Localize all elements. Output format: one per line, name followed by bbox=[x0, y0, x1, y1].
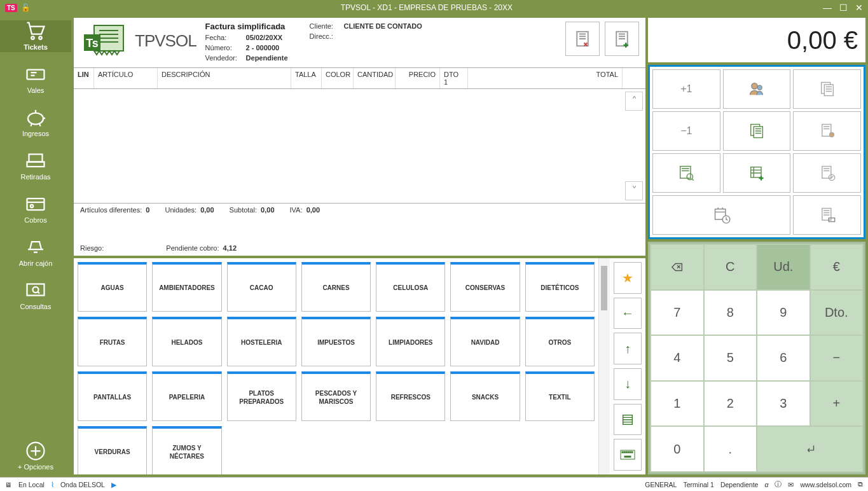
category-button[interactable]: VERDURAS bbox=[78, 426, 147, 474]
category-button[interactable]: AGUAS bbox=[78, 262, 147, 312]
status-url[interactable]: www.sdelsol.com bbox=[800, 481, 851, 488]
customer-button[interactable] bbox=[723, 69, 791, 109]
category-button[interactable]: PESCADOS Y MARISCOS bbox=[301, 371, 371, 421]
search-document-button[interactable] bbox=[652, 153, 720, 193]
key-euro[interactable]: € bbox=[811, 245, 863, 289]
key-clear[interactable]: C bbox=[705, 245, 757, 289]
svg-point-1 bbox=[39, 36, 42, 39]
svg-rect-28 bbox=[624, 456, 631, 457]
col-precio: PRECIO bbox=[396, 68, 440, 88]
category-button[interactable]: PAPELERIA bbox=[152, 371, 221, 421]
sidebar-item-vales[interactable]: Vales bbox=[0, 64, 71, 95]
category-button[interactable]: CELULOSA bbox=[376, 262, 445, 312]
key-plus[interactable]: + bbox=[811, 382, 863, 426]
key-backspace[interactable] bbox=[651, 245, 703, 289]
delete-invoice-button[interactable] bbox=[565, 22, 600, 56]
svg-rect-39 bbox=[751, 167, 761, 177]
grid-content[interactable] bbox=[74, 89, 623, 203]
nav-up-button[interactable]: ↑ bbox=[614, 333, 642, 364]
status-general: GENERAL bbox=[645, 481, 677, 488]
sidebar-item-tickets[interactable]: Tickets bbox=[0, 20, 71, 52]
footer-riesgo-label: Riesgo: bbox=[80, 244, 104, 252]
footer-iva: 0,00 bbox=[307, 206, 320, 214]
sidebar-item-abrir-cajon[interactable]: Abrir cajón bbox=[0, 237, 71, 268]
key-7[interactable]: 7 bbox=[651, 291, 703, 335]
category-scrollbar[interactable] bbox=[598, 258, 610, 474]
key-1[interactable]: 1 bbox=[651, 382, 703, 426]
key-4[interactable]: 4 bbox=[651, 336, 703, 380]
key-2[interactable]: 2 bbox=[705, 382, 757, 426]
play-icon[interactable]: ▶ bbox=[111, 481, 116, 488]
key-9[interactable]: 9 bbox=[757, 291, 809, 335]
key-dot[interactable]: . bbox=[705, 427, 757, 471]
key-dto[interactable]: Dto. bbox=[811, 291, 863, 335]
category-button[interactable]: CONSERVAS bbox=[450, 262, 520, 312]
svg-point-0 bbox=[31, 36, 34, 39]
minimize-button[interactable]: — bbox=[823, 3, 832, 13]
category-button[interactable]: CARNES bbox=[301, 262, 371, 312]
sidebar-item-opciones[interactable]: + Opciones bbox=[0, 440, 71, 472]
key-3[interactable]: 3 bbox=[757, 382, 809, 426]
info-icon[interactable]: ⓘ bbox=[775, 480, 782, 489]
invoice-vendor: Dependiente bbox=[246, 53, 288, 64]
sidebar-label: Tickets bbox=[24, 43, 48, 51]
favorites-button[interactable]: ★ bbox=[614, 262, 642, 294]
category-button[interactable]: SNACKS bbox=[450, 371, 520, 421]
category-button[interactable]: LIMPIADORES bbox=[376, 317, 445, 366]
sidebar-item-retiradas[interactable]: Retiradas bbox=[0, 150, 71, 182]
category-button[interactable]: FRUTAS bbox=[78, 317, 147, 366]
close-button[interactable]: ✕ bbox=[855, 3, 863, 13]
keyboard-button[interactable] bbox=[614, 439, 642, 471]
key-6[interactable]: 6 bbox=[757, 336, 809, 380]
external-icon[interactable]: ⧉ bbox=[858, 480, 863, 488]
category-button[interactable]: OTROS bbox=[525, 317, 595, 366]
key-8[interactable]: 8 bbox=[705, 291, 757, 335]
qty-plus-button[interactable]: +1 bbox=[652, 69, 720, 109]
svg-rect-32 bbox=[824, 85, 833, 96]
nav-down-button[interactable]: ↓ bbox=[614, 368, 642, 400]
category-button[interactable]: REFRESCOS bbox=[376, 371, 445, 421]
category-button[interactable]: HOSTELERIA bbox=[227, 317, 296, 366]
category-button[interactable]: PLATOS PREPARADOS bbox=[227, 371, 296, 421]
grid-scroll-up[interactable]: ˄ bbox=[625, 92, 643, 111]
sidebar-label: Cobros bbox=[24, 216, 46, 224]
nav-back-button[interactable]: ← bbox=[614, 298, 642, 329]
qty-minus-button[interactable]: −1 bbox=[652, 111, 720, 151]
key-minus[interactable]: − bbox=[811, 336, 863, 380]
new-invoice-button[interactable] bbox=[605, 22, 639, 56]
alpha-icon[interactable]: α bbox=[764, 481, 768, 488]
sidebar-item-consultas[interactable]: Consultas bbox=[0, 280, 71, 312]
grid-footer: Artículos diferentes: 0 Unidades: 0,00 S… bbox=[74, 204, 645, 256]
maximize-button[interactable]: ☐ bbox=[839, 3, 848, 13]
key-unit[interactable]: Ud. bbox=[757, 245, 809, 289]
col-descripcion: DESCRIPCIÓN bbox=[158, 68, 291, 88]
discount-receipt-button[interactable] bbox=[793, 153, 861, 193]
list-view-button[interactable] bbox=[614, 404, 642, 436]
category-button[interactable]: NAVIDAD bbox=[450, 317, 520, 366]
category-button[interactable]: IMPUESTOS bbox=[301, 317, 371, 366]
col-lin: LIN bbox=[74, 68, 94, 88]
sidebar-item-ingresos[interactable]: Ingresos bbox=[0, 107, 71, 139]
receipt-customer-button[interactable] bbox=[793, 111, 861, 151]
mail-icon[interactable]: ✉ bbox=[788, 481, 794, 488]
category-button[interactable]: ZUMOS Y NÉCTARES bbox=[152, 426, 221, 474]
status-onda: Onda DELSOL bbox=[60, 481, 105, 488]
documents-button[interactable] bbox=[793, 69, 861, 109]
key-5[interactable]: 5 bbox=[705, 336, 757, 380]
grid-scroll-down[interactable]: ˅ bbox=[625, 181, 643, 200]
category-button[interactable]: PANTALLAS bbox=[78, 371, 147, 421]
key-enter[interactable] bbox=[757, 427, 862, 471]
category-button[interactable]: CACAO bbox=[227, 262, 296, 312]
category-button[interactable]: TEXTIL bbox=[525, 371, 595, 421]
add-line-button[interactable] bbox=[723, 153, 791, 193]
category-button[interactable]: HELADOS bbox=[152, 317, 221, 366]
sidebar-item-cobros[interactable]: Cobros bbox=[0, 193, 71, 225]
print-receipt-button[interactable] bbox=[793, 195, 861, 235]
plus-circle-icon bbox=[24, 441, 47, 460]
schedule-button[interactable] bbox=[652, 195, 790, 235]
copy-document-button[interactable] bbox=[723, 111, 791, 151]
category-button[interactable]: DIETÉTICOS bbox=[525, 262, 595, 312]
key-0[interactable]: 0 bbox=[651, 427, 703, 471]
svg-rect-37 bbox=[680, 167, 691, 179]
category-button[interactable]: AMBIENTADORES bbox=[152, 262, 221, 312]
